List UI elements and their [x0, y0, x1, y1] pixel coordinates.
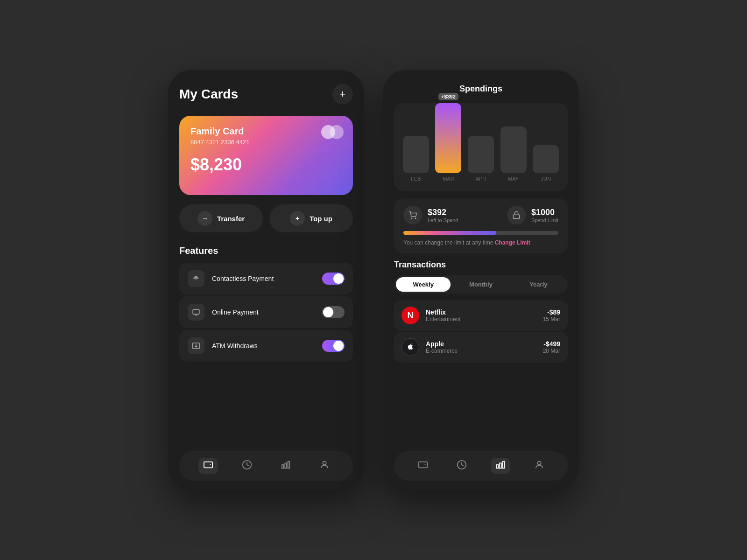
- nav-chart[interactable]: [276, 458, 296, 474]
- nav-chart-right[interactable]: [491, 458, 510, 474]
- online-payment-icon: [188, 304, 204, 321]
- cart-icon: [403, 206, 422, 224]
- spend-row: $392 Left to Spend $1000 Spend Limit: [403, 206, 558, 224]
- atm-icon: [188, 337, 204, 354]
- bar-mar-label: MAR: [443, 176, 454, 182]
- feature-list: Contactless Payment Online Payment: [179, 263, 353, 362]
- contactless-label: Contactless Payment: [212, 275, 315, 282]
- card-number: 8847 4321 2336 4421: [190, 139, 342, 146]
- bar-mar-rect: [435, 103, 461, 173]
- add-card-button[interactable]: +: [332, 84, 353, 105]
- topup-button[interactable]: + Top up: [269, 204, 353, 232]
- left-to-spend-block: $392 Left to Spend: [403, 206, 458, 224]
- apple-amount: -$499: [543, 340, 560, 348]
- netflix-amount: -$89: [543, 308, 560, 316]
- netflix-logo: N: [402, 307, 419, 324]
- page-title: My Cards: [179, 87, 238, 102]
- bar-jun: JUN: [531, 133, 560, 182]
- nav-user-right[interactable]: [529, 458, 549, 474]
- cards-header: My Cards +: [179, 84, 353, 105]
- svg-point-12: [411, 218, 412, 219]
- chart-bars: FEB +$392 MAR APR MAY: [402, 111, 560, 185]
- netflix-info: Netflix Entertainment: [426, 308, 536, 322]
- right-phone: Spendings FEB +$392 MAR APR: [383, 70, 579, 490]
- atm-toggle[interactable]: [322, 340, 345, 352]
- spend-info: $392 Left to Spend $1000 Spend Limit: [394, 198, 568, 253]
- tab-row: Weekly Monthly Yearly: [394, 275, 568, 294]
- svg-rect-10: [288, 462, 289, 469]
- nav-user[interactable]: [315, 458, 334, 474]
- topup-icon: +: [290, 211, 305, 226]
- contactless-icon: [188, 270, 204, 287]
- feature-atm: ATM Withdraws: [179, 330, 353, 362]
- svg-point-20: [537, 462, 541, 465]
- transactions-section: Transactions Weekly Monthly Yearly N Net…: [394, 260, 568, 451]
- card-logo: [321, 125, 344, 139]
- apple-date: 20 Mar: [543, 348, 560, 354]
- transfer-icon: →: [197, 211, 212, 226]
- netflix-amount-info: -$89 15 Mar: [543, 308, 560, 322]
- svg-rect-8: [282, 465, 283, 468]
- netflix-category: Entertainment: [426, 316, 536, 322]
- left-phone: My Cards + Family Card 8847 4321 2336 44…: [168, 70, 364, 490]
- online-toggle[interactable]: [322, 306, 345, 318]
- bar-mar: +$392 MAR: [434, 93, 463, 182]
- tab-weekly[interactable]: Weekly: [396, 277, 451, 292]
- transactions-title: Transactions: [394, 260, 568, 270]
- apple-info: Apple E-commerce: [426, 340, 536, 354]
- svg-rect-1: [193, 309, 199, 314]
- spend-limit-block: $1000 Spend Limit: [507, 206, 558, 224]
- bar-jun-rect: [533, 145, 559, 173]
- spend-limit-amount: $1000: [531, 208, 558, 217]
- nav-wallet[interactable]: [198, 458, 218, 474]
- bar-feb-label: FEB: [411, 176, 421, 182]
- nav-clock[interactable]: [237, 458, 257, 474]
- svg-rect-19: [502, 462, 504, 469]
- svg-rect-15: [418, 462, 427, 468]
- apple-logo: [402, 338, 419, 356]
- transfer-button[interactable]: → Transfer: [179, 204, 263, 232]
- svg-point-11: [323, 462, 326, 465]
- left-to-spend-label: Left to Spend: [428, 217, 458, 223]
- bar-apr-rect: [468, 136, 494, 173]
- transaction-netflix: N Netflix Entertainment -$89 15 Mar: [394, 300, 568, 331]
- progress-bar-fill: [403, 231, 496, 235]
- bar-mar-tooltip: +$392: [438, 93, 458, 100]
- transfer-label: Transfer: [217, 215, 245, 223]
- apple-amount-info: -$499 20 Mar: [543, 340, 560, 354]
- svg-point-0: [196, 279, 197, 280]
- left-to-spend-amount: $392: [428, 208, 458, 217]
- transaction-list: N Netflix Entertainment -$89 15 Mar Ap: [394, 300, 568, 363]
- limit-note: You can change the limit at any time: [403, 239, 495, 246]
- credit-card: Family Card 8847 4321 2336 4421 $8,230: [179, 116, 353, 195]
- svg-rect-17: [496, 465, 498, 468]
- feature-online: Online Payment: [179, 296, 353, 328]
- bottom-nav: [179, 451, 353, 481]
- svg-rect-14: [513, 215, 520, 218]
- nav-wallet-right[interactable]: [413, 458, 433, 474]
- nav-clock-right[interactable]: [452, 458, 472, 474]
- atm-label: ATM Withdraws: [212, 342, 315, 350]
- bar-feb: FEB: [402, 124, 430, 182]
- change-limit-link[interactable]: Change Limit: [495, 239, 530, 246]
- apple-name: Apple: [426, 340, 536, 348]
- contactless-toggle[interactable]: [322, 273, 345, 285]
- lock-icon: [507, 206, 526, 224]
- svg-rect-6: [204, 462, 212, 468]
- bar-jun-label: JUN: [541, 176, 550, 182]
- feature-contactless: Contactless Payment: [179, 263, 353, 294]
- spendings-chart: FEB +$392 MAR APR MAY: [394, 103, 568, 191]
- tab-monthly[interactable]: Monthly: [453, 277, 508, 292]
- tab-yearly[interactable]: Yearly: [511, 277, 566, 292]
- bar-may-label: MAY: [508, 176, 519, 182]
- bar-feb-rect: [403, 136, 429, 173]
- features-title: Features: [179, 245, 353, 256]
- online-label: Online Payment: [212, 308, 315, 316]
- netflix-date: 15 Mar: [543, 316, 560, 322]
- bar-apr-label: APR: [476, 176, 486, 182]
- spendings-title: Spendings: [394, 84, 568, 94]
- svg-rect-18: [500, 463, 501, 468]
- action-row: → Transfer + Top up: [179, 204, 353, 232]
- bar-may-rect: [500, 126, 527, 173]
- apple-category: E-commerce: [426, 348, 536, 354]
